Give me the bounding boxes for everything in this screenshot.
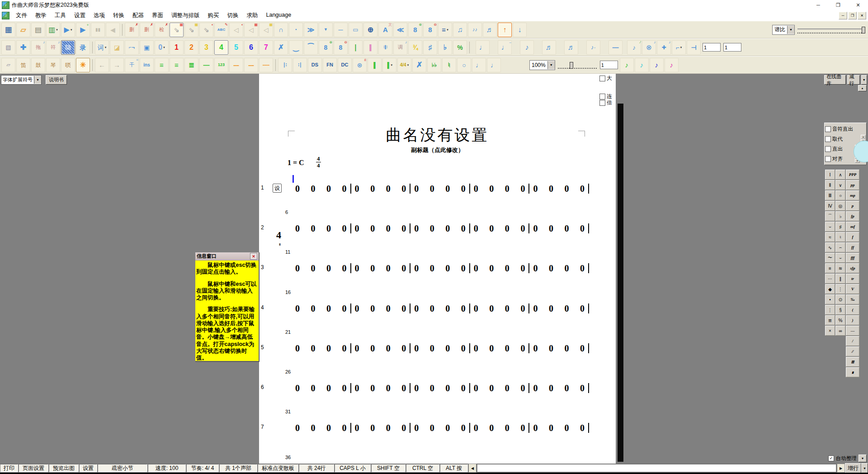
mdi-window-button[interactable]: ─ xyxy=(839,12,847,19)
beat-note[interactable]: 0 xyxy=(580,264,585,273)
corner-brackets-icon[interactable]: ⌐¬ xyxy=(125,40,139,55)
status-segment[interactable]: 节奏: 4/ 4 xyxy=(186,464,219,472)
scroll-left-icon[interactable]: ◀ xyxy=(468,464,476,473)
beat-note[interactable]: 0 xyxy=(370,384,375,393)
symbol-glyph-button[interactable]: § xyxy=(835,305,845,315)
beat-note[interactable]: 0 xyxy=(386,264,391,273)
note-pair-icon[interactable]: ♫ xyxy=(453,23,467,37)
mdi-window-button[interactable]: ❐ xyxy=(848,12,857,19)
symbol-glyph-button[interactable]: ◆ xyxy=(825,284,835,294)
status-segment[interactable]: CAPS L 小 xyxy=(335,464,371,472)
beat-note[interactable]: 0 xyxy=(505,184,509,193)
record-icon[interactable]: 录 xyxy=(76,40,90,55)
paste-mode-yellow-icon[interactable]: ⇘▦ xyxy=(184,23,198,37)
beat-note[interactable]: 0 xyxy=(401,423,406,432)
checkbox-bei[interactable]: 倍 xyxy=(599,99,612,107)
beat-note[interactable]: 0 xyxy=(474,264,478,273)
scroll-right-icon[interactable]: ▶ xyxy=(837,464,845,473)
beat-note[interactable]: 0 xyxy=(580,224,585,233)
beat-note[interactable]: 0 xyxy=(489,224,494,233)
nav-right-icon[interactable]: → xyxy=(110,58,124,72)
symbol-glyph-button[interactable]: ⋮ xyxy=(835,284,845,294)
measure[interactable]: 0000 xyxy=(292,263,351,273)
measure[interactable]: 0000 xyxy=(351,223,411,233)
minimize-button[interactable]: ─ xyxy=(808,0,828,10)
symbol-glyph-button[interactable]: • xyxy=(825,294,835,304)
beat-note[interactable]: 0 xyxy=(342,344,347,353)
beat-note[interactable]: 0 xyxy=(386,423,391,432)
symbol-glyph-button[interactable]: ♯ xyxy=(835,222,845,232)
font-extension-combo[interactable]: 字体扩展符号 ▼ xyxy=(1,75,42,85)
beat-note[interactable]: 0 xyxy=(326,344,331,353)
menu-item[interactable]: 转换 xyxy=(109,12,128,19)
keyboard-icon[interactable]: ▤ xyxy=(31,23,45,37)
menu-item[interactable]: 选项 xyxy=(90,12,109,19)
beat-note[interactable]: 0 xyxy=(580,184,585,193)
score-system[interactable]: 00000000000000000000 xyxy=(292,303,589,313)
symbol-glyph-button[interactable]: ∧ xyxy=(835,170,845,180)
beat-note[interactable]: 0 xyxy=(533,224,538,233)
beat-note[interactable]: 0 xyxy=(295,304,300,313)
symbol-glyph-button[interactable]: ⋮ xyxy=(825,305,835,315)
duration-whole-icon[interactable]: — xyxy=(609,40,623,55)
symbol-mp-button[interactable]: mp xyxy=(846,190,859,200)
beat-note[interactable]: 0 xyxy=(401,264,406,273)
measure[interactable]: 0000 xyxy=(351,383,411,393)
symbol-glyph-button[interactable]: ⌣ xyxy=(825,222,835,232)
measure[interactable]: 0000 xyxy=(410,423,470,433)
score-page[interactable]: 大 连 倍 曲名没有设置 副标题（点此修改） 1 = C 4 4 设 4 ‖ xyxy=(259,74,616,464)
add-note-icon[interactable]: ✚♪ xyxy=(657,40,671,55)
flat-icon[interactable]: ♭ xyxy=(438,40,452,55)
fn-icon[interactable]: FN xyxy=(323,58,337,72)
status-segment[interactable]: 标准点变散板 xyxy=(258,464,298,472)
beat-note[interactable]: 0 xyxy=(386,344,391,353)
mute-note-icon[interactable]: ⊗♪ xyxy=(642,40,656,55)
chevron-down-icon[interactable]: ▾ xyxy=(105,46,107,49)
measure[interactable]: 0000 xyxy=(410,383,470,393)
beat-note[interactable]: 0 xyxy=(564,184,569,193)
repeat-open-icon[interactable]: ∣∶ xyxy=(278,58,292,72)
chevron-down-icon[interactable]: ▾ xyxy=(447,28,448,32)
measure[interactable]: 0000 xyxy=(351,423,411,433)
digit-2-icon[interactable]: 2 xyxy=(184,40,198,55)
measure[interactable]: 0000 xyxy=(529,223,589,233)
menu-item[interactable]: 配器 xyxy=(128,12,148,19)
score-system[interactable]: 00000000000000000000 xyxy=(292,423,589,433)
select-mode-red-yellow-icon[interactable]: ◁▦ xyxy=(244,23,258,37)
horizontal-scrollbar[interactable] xyxy=(477,464,836,472)
beat-note[interactable]: 0 xyxy=(401,344,406,353)
beat-note[interactable]: 0 xyxy=(430,304,434,313)
song-subtitle[interactable]: 副标题（点此修改） xyxy=(259,146,616,154)
chevron-down-icon[interactable]: ▼ xyxy=(547,61,555,69)
play-export-icon[interactable]: ▶＋ xyxy=(76,23,90,37)
info-window-titlebar[interactable]: 信息窗口 ✕ xyxy=(195,252,259,261)
beat-note[interactable]: 0 xyxy=(342,224,347,233)
maximize-button[interactable]: ❐ xyxy=(828,0,848,10)
symbol-glyph-button[interactable]: ∕∕ xyxy=(846,346,859,356)
beat-note[interactable]: 0 xyxy=(445,384,450,393)
beat-note[interactable]: 0 xyxy=(461,264,466,273)
symbol-sfp-button[interactable]: sfp xyxy=(846,263,859,273)
double-flat-icon[interactable]: ♭♭ xyxy=(427,58,441,72)
measure[interactable]: 0000 xyxy=(292,343,351,353)
edit-marker-button[interactable]: 设 xyxy=(273,184,282,193)
key-signature[interactable]: 1 = C xyxy=(288,159,304,167)
measure[interactable]: 0000 xyxy=(292,184,351,194)
rest-zero-icon[interactable]: 0▾ xyxy=(155,40,169,55)
beat-note[interactable]: 0 xyxy=(445,264,450,273)
measure[interactable]: 0000 xyxy=(410,223,470,233)
clone-box-icon[interactable]: ▧ xyxy=(1,40,15,55)
symbol-glyph-button[interactable]: ‰ xyxy=(846,294,859,304)
symbol-glyph-button[interactable]: — xyxy=(846,326,859,336)
time-signature[interactable]: 4 4 xyxy=(316,156,321,169)
measure[interactable]: 0000 xyxy=(470,423,530,433)
beat-note[interactable]: 0 xyxy=(520,264,525,273)
grace-note-icon[interactable]: ♪∕ xyxy=(627,40,641,55)
beat-note[interactable]: 0 xyxy=(580,423,585,432)
checkbox-icon[interactable] xyxy=(825,136,831,142)
beat-note[interactable]: 0 xyxy=(311,184,316,193)
chevron-down-icon[interactable]: ▾ xyxy=(680,46,682,49)
flute-icon[interactable]: 笛 xyxy=(16,58,30,72)
symbol-glyph-button[interactable]: ⌢ xyxy=(835,242,845,252)
checkbox-icon[interactable] xyxy=(825,126,831,132)
